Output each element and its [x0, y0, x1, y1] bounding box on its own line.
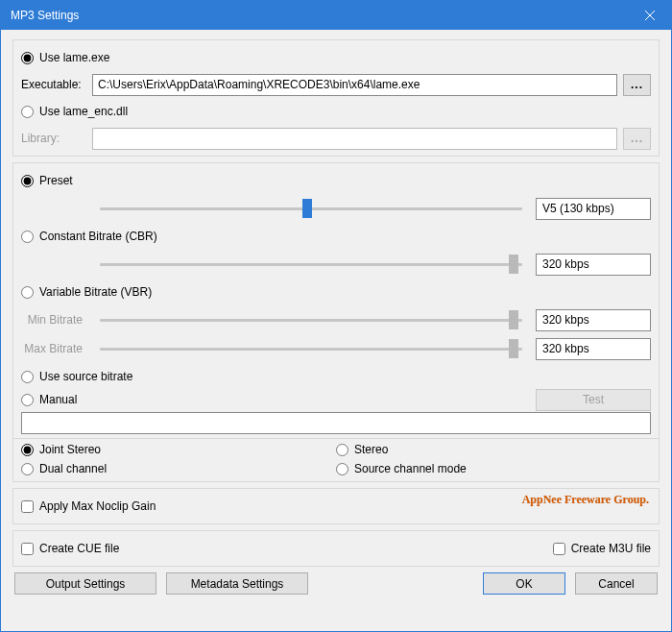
preset-label: Preset — [39, 174, 73, 187]
manual-label: Manual — [39, 393, 77, 406]
preset-radio[interactable] — [21, 175, 34, 187]
dual-channel-radio[interactable] — [21, 463, 34, 475]
min-bitrate-slider[interactable] — [94, 307, 528, 332]
source-channel-radio[interactable] — [336, 463, 348, 475]
apply-noclip-label: Apply Max Noclip Gain — [39, 499, 156, 513]
cbr-label: Constant Bitrate (CBR) — [39, 230, 157, 243]
library-label: Library: — [21, 132, 86, 145]
max-bitrate-value[interactable]: 320 kbps — [536, 338, 651, 360]
manual-input[interactable] — [21, 412, 651, 434]
source-bitrate-label: Use source bitrate — [39, 370, 132, 383]
use-lame-dll-radio[interactable] — [21, 106, 34, 118]
stereo-label: Stereo — [354, 443, 388, 456]
use-lame-exe-label: Use lame.exe — [39, 51, 109, 64]
titlebar: MP3 Settings — [1, 1, 671, 30]
create-cue-checkbox[interactable] — [21, 543, 34, 555]
preset-value[interactable]: V5 (130 kbps) — [536, 198, 651, 220]
ok-button[interactable]: OK — [483, 572, 565, 595]
bitrate-group: Preset V5 (130 kbps) Constant Bitrate (C… — [12, 162, 660, 482]
vbr-radio[interactable] — [21, 286, 34, 299]
min-bitrate-label: Min Bitrate — [21, 313, 86, 327]
create-m3u-label: Create M3U file — [571, 542, 651, 555]
cancel-button[interactable]: Cancel — [575, 572, 658, 595]
source-channel-label: Source channel mode — [354, 462, 467, 475]
use-lame-dll-label: Use lame_enc.dll — [39, 105, 128, 118]
preset-slider[interactable] — [94, 196, 528, 221]
manual-radio[interactable] — [21, 394, 34, 406]
min-bitrate-value[interactable]: 320 kbps — [536, 309, 651, 331]
cbr-radio[interactable] — [21, 231, 34, 243]
noclip-group: Apply Max Noclip Gain AppNee Freeware Gr… — [12, 488, 660, 524]
cbr-slider[interactable] — [94, 252, 528, 277]
footer: Output Settings Metadata Settings OK Can… — [12, 572, 660, 596]
library-input — [92, 128, 617, 150]
mp3-settings-window: MP3 Settings Use lame.exe Executable: ..… — [0, 0, 672, 632]
close-icon — [645, 11, 655, 20]
create-m3u-checkbox[interactable] — [553, 543, 565, 555]
encoder-group: Use lame.exe Executable: ... Use lame_en… — [12, 39, 660, 157]
max-bitrate-label: Max Bitrate — [21, 342, 86, 355]
metadata-settings-button[interactable]: Metadata Settings — [166, 572, 308, 595]
file-create-group: Create CUE file Create M3U file — [12, 530, 660, 567]
output-settings-button[interactable]: Output Settings — [14, 572, 156, 595]
use-lame-exe-radio[interactable] — [21, 52, 34, 64]
joint-stereo-radio[interactable] — [21, 444, 34, 456]
dialog-body: Use lame.exe Executable: ... Use lame_en… — [1, 30, 671, 631]
joint-stereo-label: Joint Stereo — [39, 443, 101, 456]
browse-executable-button[interactable]: ... — [623, 74, 651, 96]
stereo-radio[interactable] — [336, 444, 348, 456]
vbr-label: Variable Bitrate (VBR) — [39, 285, 152, 299]
window-title: MP3 Settings — [11, 9, 628, 22]
executable-input[interactable] — [92, 74, 617, 96]
apply-noclip-checkbox[interactable] — [21, 500, 34, 513]
close-button[interactable] — [628, 1, 671, 30]
dual-channel-label: Dual channel — [39, 462, 107, 475]
cbr-value[interactable]: 320 kbps — [536, 254, 651, 276]
source-bitrate-radio[interactable] — [21, 371, 34, 383]
create-cue-label: Create CUE file — [39, 542, 119, 555]
browse-library-button: ... — [623, 128, 651, 150]
max-bitrate-slider[interactable] — [94, 336, 528, 361]
executable-label: Executable: — [21, 78, 86, 91]
channel-mode-group: Joint Stereo Stereo Dual channel Source … — [21, 443, 651, 475]
test-button: Test — [536, 389, 651, 411]
separator — [13, 438, 659, 439]
